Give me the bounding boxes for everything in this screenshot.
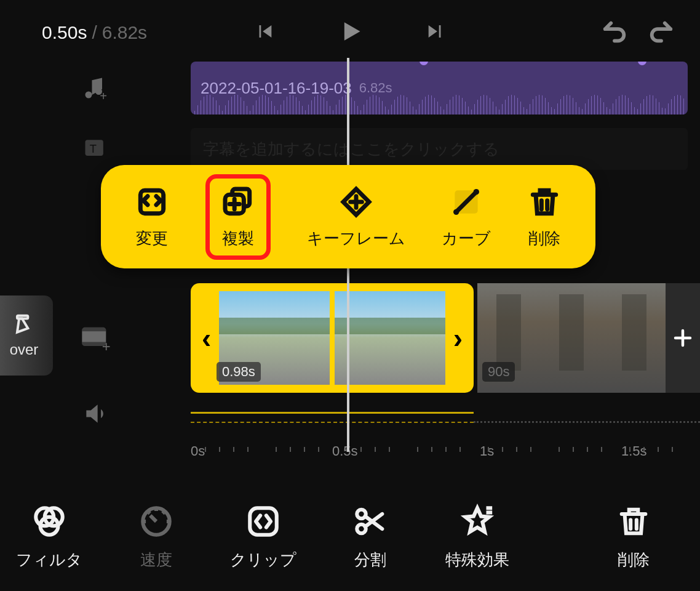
popup-curve-label: カーブ — [442, 228, 491, 249]
voiceover-button[interactable]: over — [0, 296, 53, 376]
popup-delete-label: 削除 — [528, 228, 560, 249]
tool-clip[interactable]: クリップ — [224, 504, 303, 571]
clip-trim-left[interactable]: ‹ — [198, 321, 215, 355]
clip-action-popup: 変更 複製 キーフレーム カーブ 削除 — [101, 165, 595, 268]
popup-keyframe[interactable]: キーフレーム — [307, 185, 405, 249]
ruler-tick: 0s — [191, 443, 205, 459]
popup-curve[interactable]: カーブ — [442, 185, 491, 249]
time-separator: / — [92, 22, 97, 43]
audio-clip-duration: 6.82s — [359, 80, 392, 96]
popup-duplicate[interactable]: 複製 — [205, 174, 271, 260]
tool-split-label: 分割 — [354, 549, 386, 571]
voiceover-label: over — [10, 341, 39, 358]
ruler-tick: 0.5s — [332, 443, 358, 459]
audio-clip-title: 2022-05-01-16-19-03 — [201, 79, 352, 98]
popup-change-label: 変更 — [136, 228, 168, 249]
tool-filter[interactable]: フィルタ — [10, 504, 89, 571]
ruler-tick: 1s — [480, 443, 494, 459]
audio-envelope[interactable] — [191, 404, 474, 423]
tool-speed-label: 速度 — [140, 549, 172, 571]
tool-fx-label: 特殊効果 — [445, 549, 509, 571]
audio-track-row: + 2022-05-01-16-19-03 6.82s — [0, 62, 700, 115]
tool-delete-label: 削除 — [618, 549, 650, 571]
popup-keyframe-label: キーフレーム — [307, 228, 405, 249]
time-ruler[interactable]: 0s 0.5s 1s 1.5s — [191, 443, 700, 468]
svg-text:+: + — [102, 338, 111, 354]
selected-video-clip[interactable]: ‹ › 0.98s — [191, 283, 474, 393]
tool-filter-label: フィルタ — [16, 549, 82, 571]
tool-clip-label: クリップ — [230, 549, 296, 571]
time-total: 6.82s — [102, 22, 147, 43]
next-clip-duration: 90s — [482, 362, 515, 382]
topbar: 0.50s / 6.82s — [0, 0, 700, 65]
tool-speed[interactable]: 速度 — [117, 504, 196, 571]
add-text-icon[interactable]: T — [0, 135, 191, 163]
popup-delete[interactable]: 削除 — [527, 185, 562, 249]
next-video-clip[interactable]: 90s — [477, 283, 666, 393]
play-button[interactable] — [336, 18, 364, 47]
tool-fx[interactable]: 特殊効果 — [438, 504, 517, 571]
tool-delete[interactable]: 削除 — [594, 504, 673, 571]
time-current: 0.50s — [42, 22, 87, 43]
play-controls — [254, 18, 446, 47]
clip-trim-right[interactable]: › — [450, 321, 466, 355]
undo-button[interactable] — [600, 17, 629, 48]
add-music-icon[interactable]: + — [0, 74, 191, 102]
time-display: 0.50s / 6.82s — [42, 22, 147, 43]
speaker-icon[interactable] — [0, 400, 191, 427]
svg-rect-18 — [250, 508, 277, 535]
popup-duplicate-label: 複製 — [222, 228, 254, 249]
svg-point-8 — [473, 189, 479, 195]
popup-change[interactable]: 変更 — [135, 185, 169, 249]
audio-clip[interactable]: 2022-05-01-16-19-03 6.82s — [191, 62, 688, 115]
svg-rect-10 — [82, 328, 106, 332]
next-button[interactable] — [425, 21, 446, 44]
svg-text:T: T — [90, 142, 97, 155]
tool-split[interactable]: 分割 — [331, 504, 410, 571]
prev-button[interactable] — [254, 21, 275, 44]
add-clip-button[interactable] — [666, 283, 700, 393]
svg-text:+: + — [100, 89, 107, 102]
volume-track-row — [0, 400, 700, 427]
video-track-row: + ‹ › 0.98s 90s — [0, 283, 700, 393]
clip-thumbnail-2 — [335, 291, 445, 385]
undo-redo — [600, 17, 675, 48]
subtitle-clip[interactable]: 字幕を追加するにはここをクリックする — [191, 128, 688, 170]
redo-button[interactable] — [647, 17, 675, 48]
clip-duration-badge: 0.98s — [217, 362, 261, 382]
bottom-toolbar: フィルタ 速度 クリップ 分割 特殊効果 削除 Extract Audio — [0, 483, 700, 591]
svg-point-7 — [453, 209, 459, 214]
subtitle-placeholder: 字幕を追加するにはここをクリックする — [203, 139, 499, 160]
audio-envelope-rest — [474, 404, 700, 423]
